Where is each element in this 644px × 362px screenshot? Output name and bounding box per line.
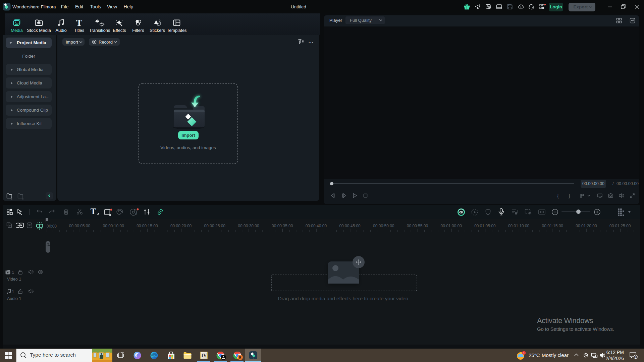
svg-text:00:01:05:00: 00:01:05:00 [474,224,496,228]
svg-text:00:01:00:00: 00:01:00:00 [440,224,462,228]
svg-text:00:00:55:00: 00:00:55:00 [407,224,428,228]
svg-text:00:00:40:00: 00:00:40:00 [306,224,327,228]
svg-text:00:00: 00:00 [47,224,57,229]
svg-text:00:01:10:00: 00:01:10:00 [508,224,530,228]
svg-text:00:00:25:00: 00:00:25:00 [204,224,226,228]
svg-text:1: 1 [635,355,636,359]
svg-text:00:00:50:00: 00:00:50:00 [373,224,394,228]
svg-text:00:00:45:00: 00:00:45:00 [339,224,361,228]
svg-text:00:00:35:00: 00:00:35:00 [272,224,293,228]
svg-text:00:01:25:00: 00:01:25:00 [609,224,631,228]
svg-text:00:00:20:00: 00:00:20:00 [170,224,192,228]
svg-text:00:00:15:00: 00:00:15:00 [137,224,158,228]
svg-text:00:00:10:00: 00:00:10:00 [103,224,124,228]
svg-text:00:01:15:00: 00:01:15:00 [542,224,564,228]
svg-text:AI: AI [135,213,137,215]
svg-text:00:01:20:00: 00:01:20:00 [576,224,597,228]
svg-text:1: 1 [523,351,525,355]
svg-text:00:00:30:00: 00:00:30:00 [238,224,259,228]
svg-text:00:00:05:00: 00:00:05:00 [69,224,91,228]
